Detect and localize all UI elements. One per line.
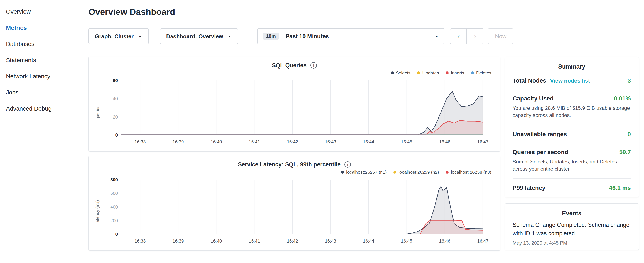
events-panel: Events Schema Change Completed: Schema c… (504, 203, 639, 250)
svg-text:16:38: 16:38 (134, 139, 146, 145)
legend-label: localhost:26259 (n2) (398, 169, 439, 174)
chart-title: SQL Queries (272, 62, 306, 69)
svg-text:16:41: 16:41 (249, 238, 260, 244)
svg-text:800: 800 (110, 177, 118, 183)
svg-text:16:44: 16:44 (363, 238, 374, 244)
svg-text:20: 20 (113, 114, 118, 120)
sidebar-item-jobs[interactable]: Jobs (6, 84, 82, 100)
svg-text:16:38: 16:38 (134, 238, 146, 244)
summary-label: Unavailable ranges (512, 131, 567, 137)
legend-label: localhost:26257 (n1) (346, 169, 386, 174)
summary-title: Summary (512, 63, 631, 70)
svg-text:16:40: 16:40 (211, 238, 222, 244)
summary-panel: Summary Total Nodes View nodes list 3 (504, 57, 639, 197)
svg-text:16:44: 16:44 (363, 139, 374, 145)
svg-text:200: 200 (110, 218, 118, 223)
svg-text:16:42: 16:42 (287, 139, 298, 145)
summary-label: Queries per second (512, 149, 568, 155)
sidebar: Overview Metrics Databases Statements Ne… (0, 0, 82, 263)
svg-text:0: 0 (116, 133, 118, 138)
sql-queries-chart-card: SQL Queries i Selects Updates Inserts De… (88, 57, 500, 151)
legend-item: Deletes (471, 70, 491, 75)
view-nodes-list-link[interactable]: View nodes list (550, 78, 590, 84)
y-axis-label: latency (ms) (94, 175, 101, 248)
svg-text:16:45: 16:45 (401, 139, 412, 145)
summary-row-capacity-used: Capacity Used 0.01% You are using 28.6 M… (512, 89, 631, 125)
toolbar: Graph: Cluster ⌄ Dashboard: Overview ⌄ 1… (88, 28, 639, 44)
svg-text:16:39: 16:39 (173, 238, 184, 244)
info-icon[interactable]: i (344, 161, 351, 168)
svg-text:600: 600 (110, 191, 118, 196)
time-range-badge: 10m (263, 33, 279, 40)
summary-value: 0.01% (614, 95, 631, 102)
app-window: Overview Metrics Databases Statements Ne… (0, 0, 644, 263)
summary-row-queries-per-second: Queries per second 59.7 Sum of Selects, … (512, 143, 631, 179)
legend-dot (393, 170, 396, 173)
event-item[interactable]: Schema Change Completed: Schema change w… (512, 221, 631, 238)
chart-title: Service Latency: SQL, 99th percentile (238, 161, 340, 168)
sql-queries-chart: 16:3816:3916:4016:4116:4216:4316:4416:45… (101, 76, 495, 149)
sidebar-item-network-latency[interactable]: Network Latency (6, 68, 82, 84)
sidebar-item-advanced-debug[interactable]: Advanced Debug (6, 100, 82, 117)
summary-value: 46.1 ms (609, 184, 631, 191)
legend-dot (341, 170, 344, 173)
summary-value: 59.7 (619, 149, 631, 155)
legend-dot (446, 71, 449, 74)
time-range-label: Past 10 Minutes (286, 33, 329, 39)
svg-text:40: 40 (113, 96, 118, 102)
legend-item: Inserts (446, 70, 464, 75)
time-next-button[interactable]: › (467, 28, 484, 44)
summary-label: P99 latency (512, 184, 545, 191)
main-content: Overview Dashboard Graph: Cluster ⌄ Dash… (82, 0, 644, 263)
summary-label: Capacity Used (512, 95, 554, 102)
right-column: Summary Total Nodes View nodes list 3 (504, 57, 639, 250)
svg-text:16:39: 16:39 (173, 139, 184, 145)
time-prev-button[interactable]: ‹ (450, 28, 467, 44)
graph-dropdown[interactable]: Graph: Cluster ⌄ (88, 28, 149, 44)
service-latency-chart: 16:3816:3916:4016:4116:4216:4316:4416:45… (101, 175, 495, 248)
legend-label: localhost:26258 (n3) (451, 169, 491, 174)
legend-item: Updates (417, 70, 439, 75)
summary-value: 0 (628, 131, 631, 137)
svg-text:400: 400 (110, 204, 118, 210)
legend-item: Selects (391, 70, 410, 75)
legend-dot (446, 170, 449, 173)
dashboard-content: SQL Queries i Selects Updates Inserts De… (88, 57, 639, 251)
legend-label: Selects (396, 70, 410, 75)
summary-description: Sum of Selects, Updates, Inserts, and De… (512, 158, 631, 173)
legend-label: Updates (422, 70, 439, 75)
svg-text:16:47: 16:47 (477, 139, 488, 145)
time-range-dropdown[interactable]: 10m Past 10 Minutes ⌄ (258, 28, 444, 44)
summary-row-unavailable-ranges: Unavailable ranges 0 (512, 125, 631, 143)
event-timestamp: May 13, 2020 at 4:45 PM (512, 241, 631, 246)
svg-text:16:46: 16:46 (439, 139, 450, 145)
chevron-down-icon: ⌄ (434, 32, 439, 38)
legend-dot (417, 71, 420, 74)
sidebar-item-metrics[interactable]: Metrics (6, 20, 82, 36)
svg-text:0: 0 (116, 232, 118, 237)
chart-legend: Selects Updates Inserts Deletes (94, 70, 491, 75)
dashboard-dropdown[interactable]: Dashboard: Overview ⌄ (160, 28, 238, 44)
info-icon[interactable]: i (310, 62, 317, 69)
sidebar-item-overview[interactable]: Overview (6, 4, 82, 20)
service-latency-chart-card: Service Latency: SQL, 99th percentile i … (88, 156, 500, 251)
svg-text:16:47: 16:47 (477, 238, 488, 244)
legend-dot (391, 71, 394, 74)
summary-row-total-nodes: Total Nodes View nodes list 3 (512, 72, 631, 89)
legend-item: localhost:26258 (n3) (446, 169, 491, 174)
charts-column: SQL Queries i Selects Updates Inserts De… (88, 57, 500, 251)
sidebar-item-databases[interactable]: Databases (6, 36, 82, 52)
svg-text:16:43: 16:43 (325, 139, 336, 145)
svg-text:60: 60 (113, 78, 118, 83)
svg-text:16:46: 16:46 (439, 238, 450, 244)
now-button[interactable]: Now (488, 28, 514, 44)
chevron-down-icon: ⌄ (138, 32, 142, 38)
sidebar-item-statements[interactable]: Statements (6, 52, 82, 68)
svg-text:16:43: 16:43 (325, 238, 336, 244)
legend-item: localhost:26259 (n2) (393, 169, 439, 174)
y-axis-label: queries (94, 76, 101, 149)
events-title: Events (512, 210, 631, 216)
legend-label: Deletes (476, 70, 491, 75)
legend-label: Inserts (451, 70, 464, 75)
svg-text:16:40: 16:40 (211, 139, 222, 145)
